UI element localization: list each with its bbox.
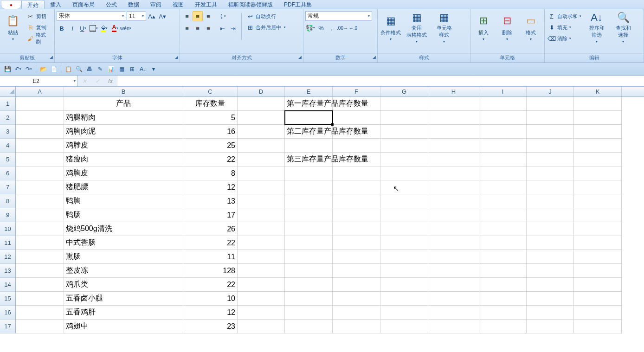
- cell-B5[interactable]: 猪瘦肉: [64, 153, 183, 166]
- cell-J9[interactable]: [527, 208, 574, 222]
- italic-button[interactable]: I: [67, 23, 77, 33]
- cell-D1[interactable]: [238, 97, 285, 111]
- cell-C16[interactable]: 12: [183, 306, 238, 320]
- delete-button[interactable]: ⊟删除▾: [496, 11, 518, 44]
- row-header-8[interactable]: 8: [0, 194, 16, 208]
- cell-E13[interactable]: [285, 264, 333, 278]
- office-button[interactable]: ●: [1, 0, 21, 9]
- cell-C1[interactable]: 库存数量: [183, 97, 238, 111]
- autosum-button[interactable]: Σ自动求和▾: [547, 11, 583, 21]
- cell-A7[interactable]: [16, 180, 64, 194]
- cell-B8[interactable]: 鸭胸: [64, 194, 183, 208]
- cell-J7[interactable]: [527, 180, 574, 194]
- qat-undo-button[interactable]: ↶▾: [13, 64, 23, 74]
- cell-E12[interactable]: [285, 250, 333, 264]
- cell-B14[interactable]: 鸡爪类: [64, 278, 183, 292]
- row-header-11[interactable]: 11: [0, 236, 16, 250]
- cell-K4[interactable]: [574, 139, 622, 153]
- cell-E6[interactable]: [285, 166, 333, 180]
- cell-G17[interactable]: [380, 320, 428, 333]
- qat-pivot-button[interactable]: ⊞: [128, 64, 137, 74]
- align-top-button[interactable]: ≡: [182, 11, 192, 21]
- cell-A12[interactable]: [16, 250, 64, 264]
- cell-F6[interactable]: [333, 166, 380, 180]
- cell-E17[interactable]: [285, 320, 333, 333]
- align-right-button[interactable]: ≡: [203, 23, 213, 33]
- cell-E15[interactable]: [285, 292, 333, 306]
- cell-I12[interactable]: [479, 250, 527, 264]
- paste-button[interactable]: 📋 粘贴 ▾: [2, 11, 24, 44]
- tab-1[interactable]: 插入: [45, 0, 67, 9]
- row-header-4[interactable]: 4: [0, 139, 16, 153]
- cell-F3[interactable]: [333, 125, 380, 139]
- merge-center-button[interactable]: ⊞合并后居中▾: [245, 22, 287, 32]
- decrease-font-button[interactable]: A▾: [157, 11, 167, 21]
- cell-C9[interactable]: 17: [183, 208, 238, 222]
- cell-F16[interactable]: [333, 306, 380, 320]
- cell-I6[interactable]: [479, 166, 527, 180]
- cell-G5[interactable]: [380, 153, 428, 166]
- cell-F17[interactable]: [333, 320, 380, 333]
- cell-D2[interactable]: [238, 111, 285, 125]
- enter-formula-button[interactable]: ✓: [91, 78, 104, 84]
- cell-G16[interactable]: [380, 306, 428, 320]
- number-format-combo[interactable]: 常规▾: [305, 11, 372, 21]
- cell-A15[interactable]: [16, 292, 64, 306]
- cell-K8[interactable]: [574, 194, 622, 208]
- cell-B4[interactable]: 鸡脖皮: [64, 139, 183, 153]
- cell-C3[interactable]: 16: [183, 125, 238, 139]
- cell-H9[interactable]: [428, 208, 479, 222]
- cancel-formula-button[interactable]: ✕: [78, 78, 91, 84]
- cell-A6[interactable]: [16, 166, 64, 180]
- cell-K16[interactable]: [574, 306, 622, 320]
- tab-0[interactable]: 开始: [21, 0, 45, 9]
- format-button[interactable]: ▭格式▾: [520, 11, 542, 44]
- cell-I2[interactable]: [479, 111, 527, 125]
- cell-A2[interactable]: [16, 111, 64, 125]
- cell-J10[interactable]: [527, 222, 574, 236]
- row-header-1[interactable]: 1: [0, 97, 16, 111]
- row-header-13[interactable]: 13: [0, 264, 16, 278]
- cell-G10[interactable]: [380, 222, 428, 236]
- cell-A5[interactable]: [16, 153, 64, 166]
- cell-F2[interactable]: [333, 111, 380, 125]
- cell-B15[interactable]: 五香卤小腿: [64, 292, 183, 306]
- format-painter-button[interactable]: 🖌格式刷: [26, 33, 52, 44]
- increase-font-button[interactable]: A▴: [147, 11, 157, 21]
- select-all-corner[interactable]: [0, 87, 16, 96]
- cell-C15[interactable]: 10: [183, 292, 238, 306]
- qat-open-button[interactable]: 📂: [39, 64, 48, 74]
- tab-5[interactable]: 审阅: [145, 0, 167, 9]
- cell-C8[interactable]: 13: [183, 194, 238, 208]
- cell-G11[interactable]: [380, 236, 428, 250]
- cell-E4[interactable]: [285, 139, 333, 153]
- cell-C6[interactable]: 8: [183, 166, 238, 180]
- underline-button[interactable]: U▾: [78, 23, 88, 33]
- cell-E8[interactable]: [285, 194, 333, 208]
- phonetic-button[interactable]: wén▾: [121, 23, 131, 33]
- cell-F5[interactable]: [333, 153, 380, 166]
- cell-F1[interactable]: [333, 97, 380, 111]
- cell-E7[interactable]: [285, 180, 333, 194]
- comma-button[interactable]: ,: [327, 23, 337, 33]
- col-header-I[interactable]: I: [479, 87, 527, 96]
- qat-print-button[interactable]: 🖶: [85, 64, 94, 74]
- cell-K13[interactable]: [574, 264, 622, 278]
- cell-G7[interactable]: [380, 180, 428, 194]
- cell-J14[interactable]: [527, 278, 574, 292]
- sort-filter-button[interactable]: A↓排序和 筛选▾: [584, 11, 609, 44]
- cell-I10[interactable]: [479, 222, 527, 236]
- cell-I7[interactable]: [479, 180, 527, 194]
- launcher-icon[interactable]: ◢: [175, 55, 178, 59]
- cell-D7[interactable]: [238, 180, 285, 194]
- cell-D6[interactable]: [238, 166, 285, 180]
- table-format-button[interactable]: ▦套用 表格格式▾: [403, 11, 430, 44]
- cell-G9[interactable]: [380, 208, 428, 222]
- cell-J1[interactable]: [527, 97, 574, 111]
- bold-button[interactable]: B: [57, 23, 67, 33]
- cell-C7[interactable]: 12: [183, 180, 238, 194]
- cell-J13[interactable]: [527, 264, 574, 278]
- qat-chart-button[interactable]: 📊: [106, 64, 116, 74]
- percent-button[interactable]: %: [316, 23, 326, 33]
- align-bottom-button[interactable]: ≡: [203, 11, 213, 21]
